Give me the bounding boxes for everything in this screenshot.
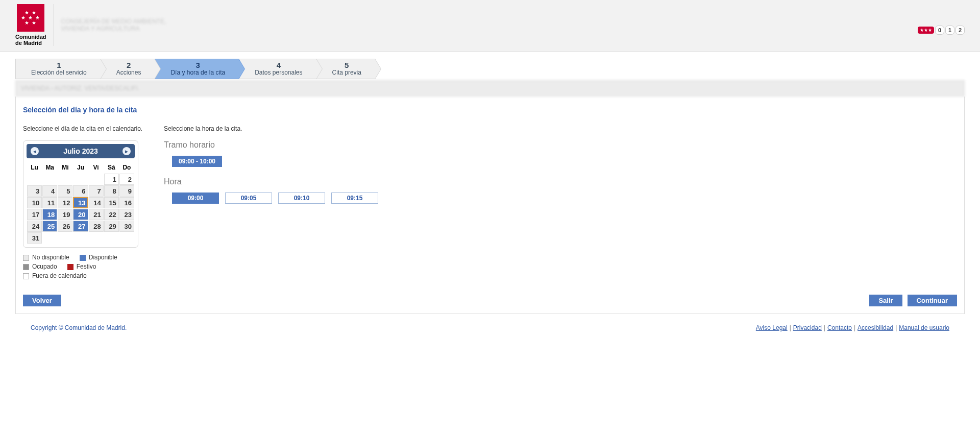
- calendar-day-13[interactable]: 13: [73, 197, 88, 208]
- calendar-title: Julio 2023: [63, 147, 98, 155]
- hora-row: 09:0009:0509:1009:15: [172, 193, 957, 204]
- footer-link-manual-de-usuario[interactable]: Manual de usuario: [899, 324, 949, 331]
- calendar-dow: Mi: [58, 162, 72, 173]
- calendar-day-21: 21: [89, 209, 104, 220]
- time-caption: Seleccione la hora de la cita.: [164, 125, 957, 132]
- calendar: ◄ Julio 2023 ► LuMaMiJuViSáDo12345678910…: [23, 140, 138, 248]
- calendar-day-8: 8: [104, 185, 119, 197]
- calendar-day-3: 3: [27, 185, 42, 197]
- calendar-day-24: 24: [27, 221, 42, 232]
- footer-link-aviso-legal[interactable]: Aviso Legal: [756, 324, 788, 331]
- calendar-day-1: 1: [104, 174, 119, 185]
- counter-1: 1: [945, 26, 954, 35]
- hora-chip-0[interactable]: 09:00: [172, 193, 219, 204]
- calendar-day-25[interactable]: 25: [42, 221, 57, 232]
- calendar-day-7: 7: [89, 185, 104, 197]
- calendar-day-16: 16: [119, 197, 134, 208]
- calendar-caption: Seleccione el día de la cita en el calen…: [23, 125, 151, 132]
- calendar-day-15: 15: [104, 197, 119, 208]
- calendar-day-9: 9: [119, 185, 134, 197]
- calendar-day-12: 12: [58, 197, 72, 208]
- main-card: Selección del día y hora de la cita Sele…: [15, 97, 965, 314]
- calendar-day-11: 11: [42, 197, 57, 208]
- tramo-row: 09:00 - 10:00: [172, 156, 957, 167]
- calendar-dow: Ju: [73, 162, 88, 173]
- footer-link-accesibilidad[interactable]: Accesibilidad: [857, 324, 893, 331]
- header-department: CONSEJERÍA DE MEDIO AMBIENTE, VIVIENDA Y…: [61, 18, 166, 32]
- section-title: Selección del día y hora de la cita: [23, 106, 957, 114]
- step-3[interactable]: 3Día y hora de la cita: [155, 59, 239, 79]
- calendar-day-26: 26: [58, 221, 72, 232]
- calendar-day-17: 17: [27, 209, 42, 220]
- brand-block: ★ ★★ ★ ★★ ★ Comunidad de Madrid: [15, 4, 54, 46]
- tramo-chip-0[interactable]: 09:00 - 10:00: [172, 156, 222, 167]
- step-5[interactable]: 5Cita previa: [316, 59, 375, 79]
- calendar-day-20[interactable]: 20: [73, 209, 88, 220]
- calendar-day-10: 10: [27, 197, 42, 208]
- counter-2: 2: [955, 26, 965, 35]
- tramo-heading: Tramo horario: [164, 140, 957, 150]
- calendar-day-2: 2: [119, 174, 134, 185]
- calendar-next-icon[interactable]: ►: [122, 147, 131, 155]
- header-counters: ★★★ 0 1 2: [918, 26, 965, 35]
- volver-button[interactable]: Volver: [23, 295, 61, 306]
- calendar-dow: Lu: [27, 162, 42, 173]
- calendar-day-14: 14: [89, 197, 104, 208]
- calendar-day-28: 28: [89, 221, 104, 232]
- calendar-day-29: 29: [104, 221, 119, 232]
- step-2[interactable]: 2Acciones: [101, 59, 155, 79]
- calendar-day-5: 5: [58, 185, 72, 197]
- footer-link-contacto[interactable]: Contacto: [827, 324, 852, 331]
- calendar-day-31: 31: [27, 232, 42, 244]
- calendar-day-19: 19: [58, 209, 72, 220]
- calendar-prev-icon[interactable]: ◄: [31, 147, 39, 155]
- calendar-grid: LuMaMiJuViSáDo12345678910111213141516171…: [27, 161, 135, 244]
- hora-heading: Hora: [164, 177, 957, 186]
- calendar-day-23: 23: [119, 209, 134, 220]
- action-bar: Volver Salir Continuar: [23, 295, 957, 306]
- footer: Copyright © Comunidad de Madrid. Aviso L…: [15, 314, 965, 342]
- calendar-day-22: 22: [104, 209, 119, 220]
- hora-chip-2[interactable]: 09:10: [278, 193, 325, 204]
- step-1[interactable]: 1Elección del servicio: [15, 59, 101, 79]
- brand-text: Comunidad de Madrid: [15, 34, 46, 46]
- calendar-legend: No disponible Disponible Ocupado Festivo…: [23, 254, 151, 279]
- counter-0: 0: [935, 26, 944, 35]
- wizard-steps: 1Elección del servicio2Acciones3Día y ho…: [15, 59, 965, 79]
- calendar-day-18[interactable]: 18: [42, 209, 57, 220]
- calendar-day-27[interactable]: 27: [73, 221, 88, 232]
- footer-links: Aviso Legal|Privacidad|Contacto|Accesibi…: [756, 324, 949, 331]
- step-4[interactable]: 4Datos personales: [239, 59, 316, 79]
- breadcrumb: VIVIENDA › AUTORIZ. VENTA/DESCALIFI.: [15, 80, 965, 97]
- copyright: Copyright © Comunidad de Madrid.: [31, 324, 127, 331]
- salir-button[interactable]: Salir: [869, 295, 902, 306]
- footer-link-privacidad[interactable]: Privacidad: [793, 324, 822, 331]
- calendar-day-4: 4: [42, 185, 57, 197]
- calendar-day-6: 6: [73, 185, 88, 197]
- calendar-dow: Do: [119, 162, 134, 173]
- continuar-button[interactable]: Continuar: [908, 295, 957, 306]
- header: ★ ★★ ★ ★★ ★ Comunidad de Madrid CONSEJER…: [0, 0, 980, 52]
- counter-flag-icon: ★★★: [918, 27, 934, 34]
- calendar-dow: Vi: [89, 162, 104, 173]
- brand-flag-icon: ★ ★★ ★ ★★ ★: [17, 4, 44, 32]
- calendar-day-30: 30: [119, 221, 134, 232]
- calendar-dow: Ma: [42, 162, 57, 173]
- hora-chip-3[interactable]: 09:15: [331, 193, 378, 204]
- calendar-dow: Sá: [104, 162, 119, 173]
- hora-chip-1[interactable]: 09:05: [225, 193, 272, 204]
